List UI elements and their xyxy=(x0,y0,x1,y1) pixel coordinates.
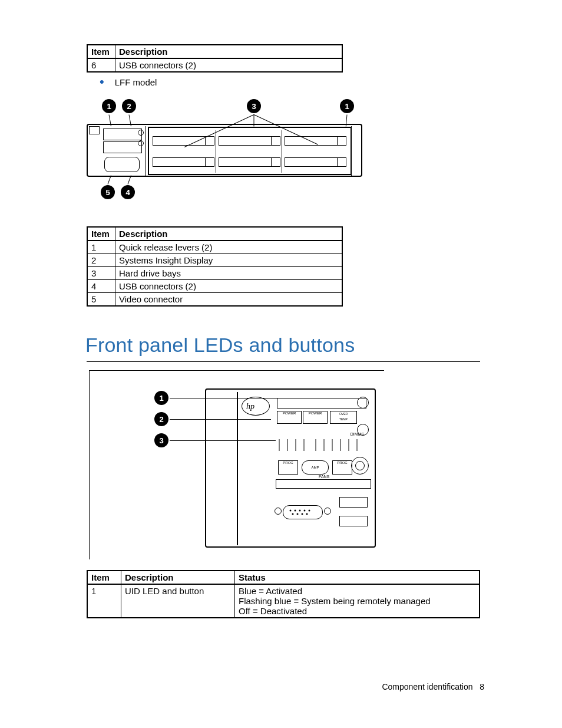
lff-diagram: 1 2 3 1 xyxy=(87,95,363,213)
svg-point-18 xyxy=(302,513,303,515)
th-item: Item xyxy=(87,571,121,584)
svg-point-13 xyxy=(299,510,301,512)
status-cell: Blue = Activated Flashing blue = System … xyxy=(235,584,480,618)
bullet-text: LFF model xyxy=(115,77,157,87)
front-panel-diagram: 1 2 3 hp POWER POWER OVERTEMP DIMMS xyxy=(89,370,384,559)
svg-point-17 xyxy=(297,513,299,515)
page-footer: Component identification 8 xyxy=(382,682,484,691)
server-chassis xyxy=(87,124,362,177)
td-item: 6 xyxy=(87,58,115,72)
th-desc: Description xyxy=(115,227,343,241)
svg-point-16 xyxy=(292,513,294,515)
d2-callout-3: 3 xyxy=(154,433,168,447)
table-row: 3Hard drive bays xyxy=(87,267,342,280)
th-desc: Description xyxy=(121,571,235,584)
td-desc: USB connectors (2) xyxy=(115,58,343,72)
callout-5: 5 xyxy=(101,185,115,199)
section-rule xyxy=(87,361,480,362)
footer-section: Component identification xyxy=(382,682,472,691)
section-heading: Front panel LEDs and buttons xyxy=(85,334,484,357)
table-lff-items: Item Description 1Quick release levers (… xyxy=(87,226,343,307)
callout-2: 2 xyxy=(122,99,136,113)
table-status: Item Description Status 1 UID LED and bu… xyxy=(87,570,480,618)
bullet-icon: • xyxy=(100,77,104,87)
vga-port-icon xyxy=(283,505,323,519)
table-row: 1 UID LED and button Blue = Activated Fl… xyxy=(87,584,480,618)
svg-text:hp: hp xyxy=(246,402,254,411)
usb-port-icon xyxy=(339,516,368,526)
th-item: Item xyxy=(87,227,115,241)
callout-3: 3 xyxy=(247,99,261,113)
d2-callout-1: 1 xyxy=(154,391,168,405)
svg-point-12 xyxy=(295,510,296,512)
callout-1b: 1 xyxy=(340,99,354,113)
svg-point-19 xyxy=(306,513,308,515)
th-status: Status xyxy=(235,571,480,584)
panel: hp POWER POWER OVERTEMP DIMMS xyxy=(205,388,376,548)
table-row: 1Quick release levers (2) xyxy=(87,241,342,254)
callout-1: 1 xyxy=(102,99,116,113)
bullet-lff: • LFF model xyxy=(87,77,484,87)
svg-point-15 xyxy=(309,510,310,512)
callout-4: 4 xyxy=(121,185,135,199)
d2-callout-2: 2 xyxy=(154,412,168,426)
svg-point-11 xyxy=(290,510,292,512)
usb-port-icon xyxy=(339,497,368,508)
table-row: 5Video connector xyxy=(87,293,342,307)
th-item: Item xyxy=(87,45,115,58)
table-row: 4USB connectors (2) xyxy=(87,280,342,293)
th-desc: Description xyxy=(115,45,343,58)
table-row: 6 USB connectors (2) xyxy=(87,58,342,72)
svg-point-14 xyxy=(304,510,306,512)
table-row: 2Systems Insight Display xyxy=(87,254,342,267)
table-connectors: Item Description 6 USB connectors (2) xyxy=(87,44,343,73)
footer-page: 8 xyxy=(480,682,484,691)
hp-logo-icon: hp xyxy=(242,397,270,416)
